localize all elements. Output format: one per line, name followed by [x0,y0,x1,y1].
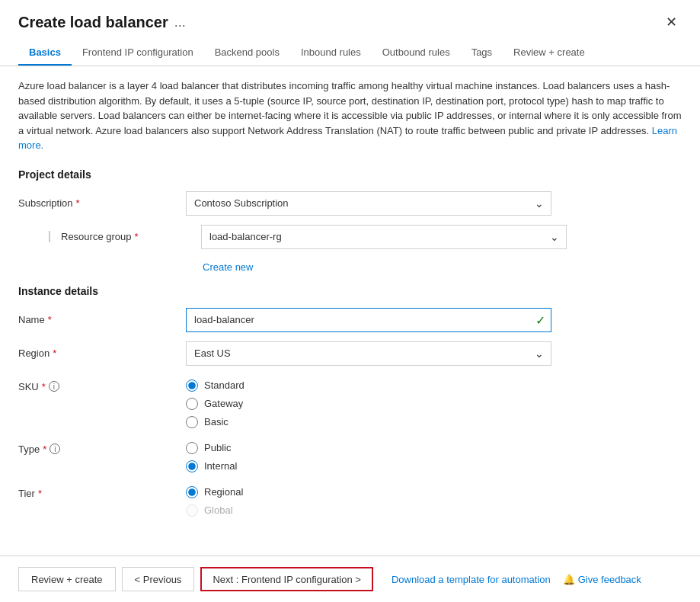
tier-regional-option[interactable]: Regional [186,486,243,498]
instance-details-title: Instance details [18,285,682,297]
tier-global-radio[interactable] [186,504,198,517]
resource-group-select-wrapper: load-balancer-rg [201,225,567,249]
tab-basics[interactable]: Basics [18,40,72,66]
tier-regional-radio[interactable] [186,486,198,498]
name-check-icon: ✓ [535,312,545,327]
tier-regional-label: Regional [204,486,243,498]
subscription-row: Subscription * Contoso Subscription [18,191,682,216]
tier-global-label: Global [204,504,233,516]
close-button[interactable]: ✕ [661,14,682,30]
type-internal-label: Internal [204,460,237,472]
resource-group-select[interactable]: load-balancer-rg [201,225,567,249]
tab-outbound-rules[interactable]: Outbound rules [372,40,461,66]
subscription-required: * [76,197,80,209]
region-row: Region * East US [18,341,682,366]
type-internal-option[interactable]: Internal [186,460,237,472]
name-input[interactable] [186,308,551,332]
project-details-title: Project details [18,168,682,181]
sku-standard-label: Standard [204,379,245,391]
tab-inbound-rules[interactable]: Inbound rules [290,40,372,66]
tab-tags[interactable]: Tags [461,40,503,66]
sku-basic-option[interactable]: Basic [186,416,245,428]
review-create-button[interactable]: Review + create [18,567,116,591]
sku-radio-group: Standard Gateway Basic [186,379,245,428]
footer-links: Download a template for automation 🔔 Giv… [392,574,641,585]
type-public-radio[interactable] [186,442,198,454]
region-select[interactable]: East US [186,341,551,366]
type-internal-radio[interactable] [186,460,198,472]
sku-gateway-radio[interactable] [186,398,198,410]
previous-button[interactable]: < Previous [122,567,195,591]
footer: Review + create < Previous Next : Fronte… [0,556,700,602]
type-public-option[interactable]: Public [186,442,237,454]
sku-basic-label: Basic [204,416,229,427]
feedback-icon: 🔔 [563,574,575,585]
region-label: Region * [18,347,186,359]
tab-backend-pools[interactable]: Backend pools [204,40,290,66]
type-public-label: Public [204,442,231,453]
description-text: Azure load balancer is a layer 4 load ba… [18,78,682,153]
tier-radio-group: Regional Global [186,486,243,517]
tier-global-option[interactable]: Global [186,504,243,517]
type-label: Type * i [18,442,186,455]
type-radio-group: Public Internal [186,442,237,472]
panel-content: Azure load balancer is a layer 4 load ba… [0,66,700,556]
sku-label: SKU * i [18,379,186,392]
instance-details-section: Instance details Name * ✓ Region * [18,285,682,517]
tab-bar: Basics Frontend IP configuration Backend… [0,40,700,66]
tier-label: Tier * [18,486,186,499]
resource-group-label: Resource group * [49,231,201,242]
resource-group-row: Resource group * load-balancer-rg [34,225,682,249]
create-load-balancer-panel: Create load balancer ... ✕ Basics Fronte… [0,0,700,602]
sku-standard-option[interactable]: Standard [186,379,245,392]
panel-header: Create load balancer ... ✕ [0,0,700,31]
sku-info-icon: i [49,381,59,392]
give-feedback-link[interactable]: 🔔 Give feedback [563,574,641,585]
next-button[interactable]: Next : Frontend IP configuration > [200,567,373,591]
tab-frontend-ip[interactable]: Frontend IP configuration [72,40,204,66]
name-row: Name * ✓ [18,308,682,332]
tier-row: Tier * Regional Global [18,482,682,517]
subscription-select-wrapper: Contoso Subscription [186,191,551,216]
subscription-label: Subscription * [18,197,186,209]
download-template-link[interactable]: Download a template for automation [392,574,551,585]
panel-title-ellipsis: ... [174,14,186,30]
sku-gateway-option[interactable]: Gateway [186,398,245,410]
tab-review-create[interactable]: Review + create [503,40,596,66]
panel-title-text: Create load balancer [18,14,168,31]
region-select-wrapper: East US [186,341,551,366]
sku-standard-radio[interactable] [186,379,198,392]
sku-basic-radio[interactable] [186,416,198,428]
name-input-wrapper: ✓ [186,308,551,332]
sku-gateway-label: Gateway [204,398,243,409]
type-row: Type * i Public Internal [18,437,682,472]
name-label: Name * [18,314,186,325]
create-new-link[interactable]: Create new [203,261,682,273]
type-info-icon: i [50,443,60,454]
subscription-select[interactable]: Contoso Subscription [186,191,551,216]
sku-row: SKU * i Standard Gateway Basic [18,375,682,428]
project-details-section: Project details Subscription * Contoso S… [18,168,682,273]
panel-title: Create load balancer ... [18,14,186,31]
